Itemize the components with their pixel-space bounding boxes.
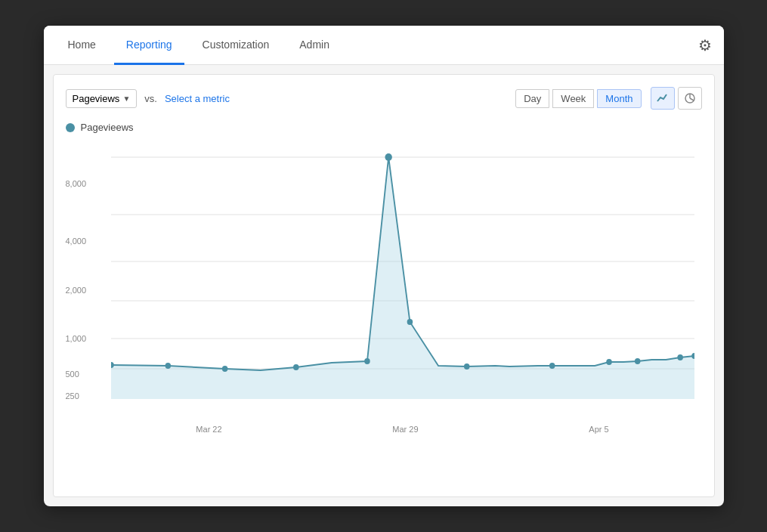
dropdown-arrow-icon: ▼	[122, 94, 130, 103]
x-axis: Mar 22 Mar 29 Apr 5	[111, 414, 694, 444]
y-label-8000: 8,000	[66, 179, 93, 188]
gear-icon[interactable]: ⚙	[698, 36, 712, 54]
nav-bar: Home Reporting Customization Admin ⚙	[44, 26, 724, 65]
vs-label: vs.	[144, 93, 157, 104]
y-label-250: 250	[66, 391, 85, 401]
legend-dot	[66, 123, 75, 132]
data-point-peak	[385, 153, 391, 161]
line-chart-button[interactable]	[651, 87, 675, 110]
y-label-1000: 1,000	[66, 334, 93, 343]
nav-tab-home[interactable]: Home	[56, 26, 108, 65]
chart-container: 250 500 1,000 2,000 4,000 8,000	[66, 142, 702, 444]
toolbar-left: Pageviews ▼ vs. Select a metric	[66, 89, 230, 108]
chart-area	[111, 142, 694, 414]
metric-select[interactable]: Pageviews ▼	[66, 89, 138, 108]
data-point	[549, 363, 555, 369]
data-point	[407, 319, 413, 325]
pie-chart-button[interactable]	[678, 87, 702, 110]
chart-svg	[111, 142, 694, 414]
data-point	[463, 363, 469, 370]
data-point	[677, 354, 683, 360]
main-content: Pageviews ▼ vs. Select a metric Day Week…	[53, 74, 715, 497]
month-button[interactable]: Month	[597, 89, 641, 108]
data-point	[634, 358, 640, 364]
y-label-500: 500	[66, 370, 85, 379]
x-label-apr5: Apr 5	[589, 425, 608, 434]
toolbar-right: Day Week Month	[515, 87, 701, 110]
svg-line-2	[690, 98, 694, 101]
chart-type-buttons	[651, 87, 702, 110]
toolbar: Pageviews ▼ vs. Select a metric Day Week…	[66, 87, 702, 110]
x-label-mar29: Mar 29	[392, 425, 418, 434]
data-point	[364, 358, 370, 364]
chart-legend: Pagevieews	[66, 122, 702, 133]
data-point	[165, 363, 171, 369]
y-axis: 250 500 1,000 2,000 4,000 8,000	[66, 142, 111, 414]
select-metric-link[interactable]: Select a metric	[165, 93, 230, 104]
nav-tabs: Home Reporting Customization Admin	[56, 26, 342, 64]
data-point	[606, 359, 612, 365]
data-point	[293, 364, 299, 370]
week-button[interactable]: Week	[552, 89, 594, 108]
nav-tab-admin[interactable]: Admin	[287, 26, 342, 65]
y-label-2000: 2,000	[66, 286, 93, 295]
y-label-4000: 4,000	[66, 237, 93, 246]
main-window: Home Reporting Customization Admin ⚙ Pag…	[44, 26, 724, 506]
nav-tab-reporting[interactable]: Reporting	[114, 26, 184, 65]
line-chart-icon	[657, 92, 669, 104]
data-point	[221, 366, 227, 372]
legend-label: Pagevieews	[81, 122, 134, 133]
pie-chart-icon	[684, 92, 696, 104]
day-button[interactable]: Day	[515, 89, 549, 108]
nav-tab-customization[interactable]: Customization	[190, 26, 282, 65]
x-label-mar22: Mar 22	[196, 425, 221, 434]
